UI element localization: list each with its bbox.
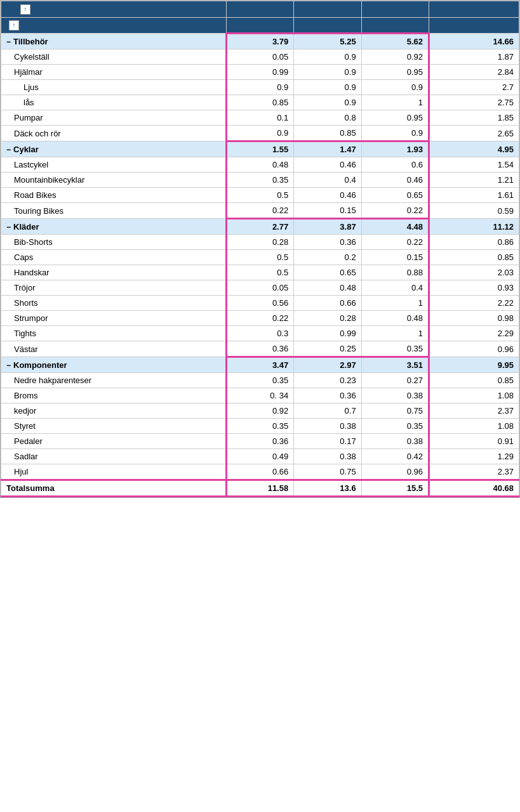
data-row: Strumpor0.220.280.480.98 [1,311,519,326]
row-label: Sadlar [1,449,227,464]
cell-2016: 0.7 [294,403,361,419]
data-row: Shorts0.560.6612.22 [1,296,519,311]
header-2016-sub [294,17,361,34]
row-label: Pedaler [1,434,227,449]
cell-grand-total: 1.08 [429,419,519,434]
cell-2015: 0. 34 [226,388,293,403]
cell-2017: 0.4 [361,280,429,296]
cell-2016: 0.2 [294,250,361,265]
header-2015 [226,1,293,18]
row-label: Touring Bikes [1,203,227,219]
cell-2015: 0.99 [226,65,293,80]
cell-2017: 0.42 [361,449,429,464]
cell-grand-total: 2.7 [429,80,519,95]
header-row-labels: ↑ [1,17,519,34]
cell-grand-total: 11.12 [429,219,519,235]
total-grand: 40.68 [429,480,519,497]
total-2016: 13.6 [294,480,361,497]
cell-2015: 0.5 [226,188,293,203]
cell-grand-total: 9.95 [429,357,519,373]
data-row: lås0.850.912.75 [1,95,519,110]
cell-grand-total: 0.91 [429,434,519,449]
row-label: Nedre hakparenteser [1,373,227,388]
cell-2015: 0.5 [226,265,293,280]
header-2017-sub [361,17,429,34]
cell-2015: 0.56 [226,296,293,311]
collapse-icon[interactable]: − [6,145,11,154]
cell-2016: 0.8 [294,110,361,126]
cell-2017: 0.65 [361,188,429,203]
cell-2015: 0.3 [226,326,293,341]
data-row: Sadlar0.490.380.421.29 [1,449,519,464]
row-label: −Kläder [1,219,227,235]
row-label: Mountainbikecyklar [1,173,227,188]
row-label: Hjälmar [1,65,227,80]
cell-2017: 0.75 [361,403,429,419]
header-grand-total [429,1,519,18]
data-row: Mountainbikecyklar0.350.40.461.21 [1,173,519,188]
cell-2017: 1 [361,296,429,311]
data-row: Ljus0.90.90.92.7 [1,80,519,95]
data-row: Tights0.30.9912.29 [1,326,519,341]
cell-2016: 0.48 [294,280,361,296]
row-label: Caps [1,250,227,265]
cell-2016: 0.36 [294,235,361,250]
cell-2016: 0.46 [294,188,361,203]
cell-2016: 0.15 [294,203,361,219]
cell-2015: 0.35 [226,419,293,434]
cell-2016: 1.47 [294,141,361,157]
row-label: Ljus [1,80,227,95]
data-row: Road Bikes0.50.460.651.61 [1,188,519,203]
cell-2016: 0.38 [294,449,361,464]
cell-2017: 0.88 [361,265,429,280]
total-label: Totalsumma [1,480,227,497]
header-2015-sub [226,17,293,34]
row-label: Strumpor [1,311,227,326]
cell-grand-total: 2.84 [429,65,519,80]
cell-grand-total: 2.22 [429,296,519,311]
row-label: −Tillbehör [1,34,227,49]
row-label: Styret [1,419,227,434]
row-label: −Cyklar [1,141,227,157]
data-row: Handskar0.50.650.882.03 [1,265,519,280]
row-label: Tröjor [1,280,227,296]
cell-2016: 0.99 [294,326,361,341]
data-row: Bib-Shorts0.280.360.220.86 [1,235,519,250]
collapse-icon[interactable]: − [6,37,11,46]
row-label: Handskar [1,265,227,280]
row-label: Road Bikes [1,188,227,203]
cell-2015: 0.9 [226,126,293,141]
header-2016 [294,1,361,18]
cell-2017: 0.15 [361,250,429,265]
cell-2015: 0.49 [226,449,293,464]
cell-grand-total: 1.61 [429,188,519,203]
cell-2016: 3.87 [294,219,361,235]
data-row: Hjul0.660.750.962.37 [1,464,519,480]
cell-2017: 0.46 [361,173,429,188]
data-row: Pedaler0.360.170.380.91 [1,434,519,449]
cell-2017: 0.48 [361,311,429,326]
cell-2016: 0.85 [294,126,361,141]
cell-2015: 0.48 [226,157,293,173]
data-row: Däck och rör0.90.850.92.65 [1,126,519,141]
sort-icon-row[interactable]: ↑ [9,20,19,30]
cell-2017: 0.6 [361,157,429,173]
total-2015: 11.58 [226,480,293,497]
cell-grand-total: 2.37 [429,403,519,419]
category-row: −Komponenter3.472.973.519.95 [1,357,519,373]
cell-2016: 0.9 [294,49,361,65]
cell-grand-total: 4.95 [429,141,519,157]
cell-2017: 0.95 [361,65,429,80]
cell-grand-total: 1.29 [429,449,519,464]
collapse-icon[interactable]: − [6,361,11,370]
cell-grand-total: 2.03 [429,265,519,280]
data-row: Pumpar0.10.80.951.85 [1,110,519,126]
collapse-icon[interactable]: − [6,223,11,232]
data-row: Nedre hakparenteser0.350.230.270.85 [1,373,519,388]
sort-icon-col[interactable]: ↑ [20,4,30,15]
category-row: −Kläder2.773.874.4811.12 [1,219,519,235]
cell-2016: 0.75 [294,464,361,480]
data-row: Tröjor0.050.480.40.93 [1,280,519,296]
cell-2017: 3.51 [361,357,429,373]
header-summa: ↑ [1,1,227,18]
